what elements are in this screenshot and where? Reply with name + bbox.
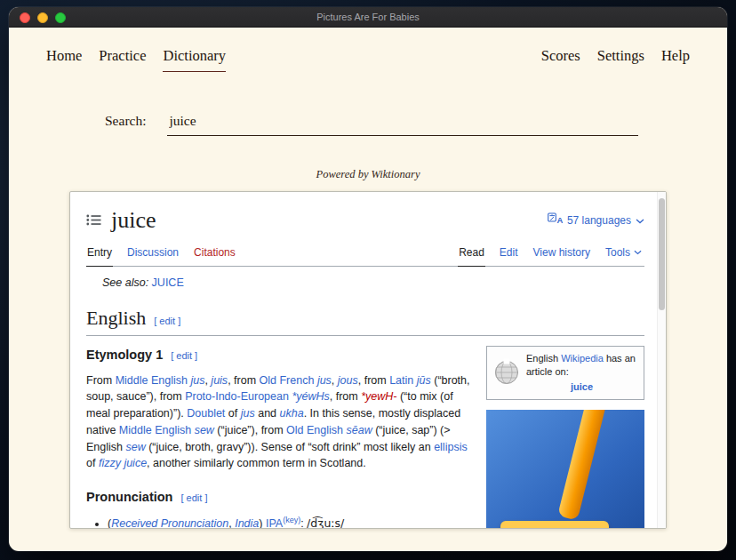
nav-left: Home Practice Dictionary: [46, 47, 226, 72]
wiki-link[interactable]: Received Pronunciation: [111, 517, 228, 528]
wiki-link[interactable]: Middle English: [116, 374, 188, 387]
wiki-link[interactable]: Old English: [286, 424, 343, 436]
etymology-heading-text: Etymology 1: [86, 346, 163, 365]
infobox-article-link[interactable]: juice: [526, 380, 637, 394]
juice-pour-stream: [557, 410, 610, 521]
wiki-link[interactable]: Middle English: [119, 424, 191, 436]
text-run: ,: [332, 374, 338, 387]
wiki-link[interactable]: jus: [317, 374, 332, 387]
wiki-link[interactable]: ellipsis: [434, 441, 468, 453]
text-run: (“juice, broth, gravy”)). Sense of “soft…: [146, 441, 434, 453]
nav-dictionary[interactable]: Dictionary: [163, 47, 226, 72]
wiki-header: juice A 57 languages: [86, 203, 644, 237]
wiki-link[interactable]: juis: [211, 374, 228, 387]
chevron-down-icon: [636, 212, 644, 228]
wiki-link[interactable]: Wikipedia: [561, 353, 604, 364]
text-run: , from: [358, 374, 389, 387]
language-heading-text: English: [86, 303, 146, 332]
nav-home[interactable]: Home: [46, 47, 82, 72]
text-run: , another similarly common term in Scotl…: [147, 457, 366, 469]
text-run: (“juice”), from: [214, 424, 286, 436]
wiki-link[interactable]: sēaw: [347, 424, 372, 436]
wiki-link[interactable]: jūs: [417, 374, 431, 387]
language-section-heading: English [ edit ]: [86, 303, 644, 332]
wiki-tabbar-right: Read Edit View history Tools: [458, 241, 644, 266]
languages-count-label: 57 languages: [567, 212, 631, 228]
main-nav: Home Practice Dictionary Scores Settings…: [46, 47, 690, 72]
pronunciation-heading-text: Pronunciation: [86, 488, 172, 508]
wiki-link[interactable]: jus: [241, 407, 255, 420]
text-run: , from: [330, 390, 361, 403]
text-run: English: [526, 353, 561, 364]
wiki-link[interactable]: fizzy juice: [99, 457, 147, 469]
tab-edit[interactable]: Edit: [499, 241, 519, 266]
wiki-link[interactable]: ukha: [280, 407, 304, 420]
close-button[interactable]: [20, 12, 30, 23]
wikipedia-globe-icon: [493, 357, 520, 389]
minimize-button[interactable]: [37, 12, 48, 23]
app-window: Pictures Are For Babies Home Practice Di…: [9, 7, 727, 551]
tab-citations[interactable]: Citations: [193, 241, 236, 266]
wiki-link[interactable]: jous: [338, 374, 358, 387]
pronunciation-heading: Pronunciation [ edit ]: [86, 488, 474, 508]
entry-content: English Wikipedia has an article on: jui…: [86, 346, 644, 528]
text-run: From: [86, 374, 116, 387]
wiki-link[interactable]: Latin: [389, 374, 413, 387]
nav-help[interactable]: Help: [661, 47, 690, 72]
menu-icon[interactable]: [86, 214, 101, 226]
text-run: , from: [228, 374, 259, 387]
text-run: of: [225, 407, 240, 420]
panel-scrollbar[interactable]: [657, 192, 666, 528]
wiki-link[interactable]: sew: [125, 441, 145, 453]
nav-settings[interactable]: Settings: [597, 47, 644, 72]
wiki-link[interactable]: *yewH-: [361, 390, 396, 403]
edit-link[interactable]: [ edit ]: [154, 314, 180, 329]
wiki-link[interactable]: Doublet: [187, 407, 225, 420]
titlebar[interactable]: Pictures Are For Babies: [9, 7, 727, 28]
zoom-button[interactable]: [55, 12, 66, 23]
text-run: /d͡ʒuːs/: [307, 516, 344, 528]
wiki-link[interactable]: (key): [283, 516, 300, 524]
juice-foam: [500, 521, 609, 528]
language-selector[interactable]: A 57 languages: [548, 212, 644, 228]
tab-tools[interactable]: Tools: [604, 241, 643, 266]
nav-scores[interactable]: Scores: [541, 47, 580, 72]
tools-label: Tools: [605, 244, 630, 260]
juice-photo: [486, 410, 644, 528]
wiktionary-page: juice A 57 languages: [70, 192, 657, 528]
etymology-heading: Etymology 1 [ edit ]: [86, 346, 474, 365]
wiki-link[interactable]: IPA: [266, 517, 283, 528]
edit-link[interactable]: [ edit ]: [171, 348, 197, 364]
see-also-label: See also:: [102, 276, 148, 289]
search-label: Search:: [105, 113, 146, 129]
window-title: Pictures Are For Babies: [316, 12, 420, 22]
search-row: Search:: [105, 113, 638, 136]
tab-view-history[interactable]: View history: [532, 241, 591, 266]
app-body: Home Practice Dictionary Scores Settings…: [9, 28, 727, 551]
dictionary-result-panel: juice A 57 languages: [69, 191, 667, 529]
tab-read[interactable]: Read: [458, 241, 485, 267]
svg-text:A: A: [556, 215, 563, 224]
tab-discussion[interactable]: Discussion: [126, 241, 180, 266]
see-also-link[interactable]: JUICE: [152, 276, 184, 289]
wiki-link[interactable]: Proto-Indo-European: [185, 390, 289, 403]
powered-by-text: Powered by Wiktionary: [9, 168, 727, 181]
scrollbar-thumb[interactable]: [659, 198, 665, 310]
nav-practice[interactable]: Practice: [99, 47, 146, 72]
tab-entry[interactable]: Entry: [86, 241, 113, 267]
wikipedia-infobox: English Wikipedia has an article on: jui…: [486, 346, 644, 401]
search-input[interactable]: [167, 113, 638, 136]
section-divider: [86, 335, 644, 336]
text-run: ): [259, 517, 266, 528]
wiki-link[interactable]: *yéwHs: [292, 390, 329, 403]
wiki-link[interactable]: India: [235, 517, 259, 528]
infobox-text: English Wikipedia has an article on: jui…: [526, 352, 637, 395]
traffic-lights: [20, 12, 66, 23]
edit-link[interactable]: [ edit ]: [180, 491, 207, 506]
wiki-link[interactable]: sew: [195, 424, 214, 436]
wiki-link[interactable]: Old French: [260, 374, 315, 387]
wiki-link[interactable]: jus: [190, 374, 204, 387]
nav-right: Scores Settings Help: [541, 47, 690, 72]
text-run: of: [86, 457, 99, 469]
infobox-rich-text: English Wikipedia has an article on:: [526, 353, 636, 377]
